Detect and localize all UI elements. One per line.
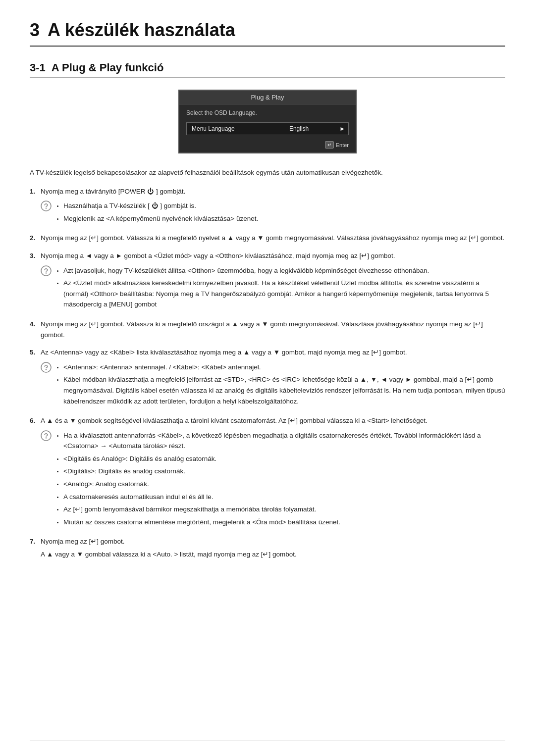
list-item: Ha a kiválasztott antennaforrás <Kábel>,… xyxy=(63,430,505,452)
note-content: <Antenna>: <Antenna> antennajel. / <Kábe… xyxy=(55,362,505,408)
osd-box: Plug & Play Select the OSD Language. Men… xyxy=(178,90,357,153)
svg-point-7 xyxy=(46,437,47,438)
item-text: Nyomja meg a távirányító [POWER ⏻ ] gomb… xyxy=(41,186,505,197)
list-item: Az <Üzlet mód> alkalmazása kereskedelmi … xyxy=(63,278,505,310)
svg-point-3 xyxy=(46,272,47,273)
item-text: Nyomja meg az [↵] gombot. Válassza ki a … xyxy=(41,319,505,340)
chapter-title: 3A készülék használata xyxy=(30,20,505,47)
item-number: 7. xyxy=(30,536,41,547)
intro-text: A TV-készülék legelső bekapcsolásakor az… xyxy=(30,167,505,178)
list-item: Kábel módban kiválaszthatja a megfelelő … xyxy=(63,374,505,406)
note-content: Használhatja a TV-készülék [ ⏻ ] gombját… xyxy=(55,201,505,226)
note-block: <Antenna>: <Antenna> antennajel. / <Kábe… xyxy=(41,362,505,408)
note-icon xyxy=(41,201,52,215)
osd-screenshot: Plug & Play Select the OSD Language. Men… xyxy=(30,90,505,153)
list-item: Az [↵] gomb lenyomásával bármikor megsza… xyxy=(63,504,505,515)
svg-point-4 xyxy=(41,362,51,372)
item-subtext: A ▲ vagy a ▼ gombbal válassza ki a <Auto… xyxy=(41,549,505,560)
note-icon xyxy=(41,265,52,280)
osd-title: Plug & Play xyxy=(179,91,356,104)
list-item: 5.Az <Antenna> vagy az <Kábel> lista kiv… xyxy=(30,347,505,408)
list-item: 6.A ▲ és a ▼ gombok segítségével kiválas… xyxy=(30,415,505,529)
item-text: Nyomja meg a ◄ vagy a ► gombot a <Üzlet … xyxy=(41,251,505,261)
osd-footer-label: Enter xyxy=(336,142,349,148)
section-number: 3-1 xyxy=(30,61,46,74)
item-text: A ▲ és a ▼ gombok segítségével kiválaszt… xyxy=(41,415,505,426)
osd-menu-language-row: Menu Language English ► xyxy=(186,122,349,135)
list-item: <Antenna>: <Antenna> antennajel. / <Kábe… xyxy=(63,362,505,373)
item-number: 1. xyxy=(30,186,41,197)
list-item: 3.Nyomja meg a ◄ vagy a ► gombot a <Üzle… xyxy=(30,251,505,312)
list-item: 4.Nyomja meg az [↵] gombot. Válassza ki … xyxy=(30,319,505,340)
item-number: 5. xyxy=(30,347,41,358)
note-content: Ha a kiválasztott antennaforrás <Kábel>,… xyxy=(55,430,505,530)
list-item: Azt javasoljuk, hogy TV-készülékét állít… xyxy=(63,265,505,276)
list-item: Miután az összes csatorna elmentése megt… xyxy=(63,517,505,528)
note-icon xyxy=(41,362,52,376)
osd-footer: ↵ Enter xyxy=(179,139,356,152)
note-block: Azt javasoljuk, hogy TV-készülékét állít… xyxy=(41,265,505,312)
list-item: 1.Nyomja meg a távirányító [POWER ⏻ ] go… xyxy=(30,186,505,226)
list-item: 7.Nyomja meg az [↵] gombot.A ▲ vagy a ▼ … xyxy=(30,536,505,559)
item-number: 3. xyxy=(30,251,41,261)
note-block: Ha a kiválasztott antennaforrás <Kábel>,… xyxy=(41,430,505,530)
list-item: <Digitális és Analóg>: Digitális és anal… xyxy=(63,454,505,464)
note-content: Azt javasoljuk, hogy TV-készülékét állít… xyxy=(55,265,505,312)
svg-point-2 xyxy=(41,266,51,276)
svg-point-5 xyxy=(46,369,47,370)
list-item: A csatornakeresés automatikusan indul el… xyxy=(63,492,505,503)
svg-point-0 xyxy=(41,201,51,211)
list-item: <Digitális>: Digitális és analóg csatorn… xyxy=(63,466,505,477)
note-block: Használhatja a TV-készülék [ ⏻ ] gombját… xyxy=(41,201,505,226)
item-number: 6. xyxy=(30,415,41,426)
list-item: 2.Nyomja meg az [↵] gombot. Válassza ki … xyxy=(30,233,505,244)
svg-point-6 xyxy=(41,431,51,441)
item-text: Nyomja meg az [↵] gombot. xyxy=(41,536,505,547)
svg-point-1 xyxy=(46,207,47,208)
osd-row-arrow: ► xyxy=(336,123,348,135)
osd-subtitle: Select the OSD Language. xyxy=(179,104,356,120)
osd-row-value: English xyxy=(262,123,336,135)
list-item: Megjelenik az <A képernyőmenü nyelvének … xyxy=(63,213,505,224)
item-text: Az <Antenna> vagy az <Kábel> lista kivál… xyxy=(41,347,505,358)
item-text: Nyomja meg az [↵] gombot. Válassza ki a … xyxy=(41,233,505,244)
note-icon xyxy=(41,430,52,445)
list-item: <Analóg>: Analóg csatornák. xyxy=(63,479,505,490)
osd-enter-icon: ↵ xyxy=(325,141,334,149)
osd-row-label: Menu Language xyxy=(187,123,262,135)
item-number: 2. xyxy=(30,233,41,244)
chapter-number: 3 xyxy=(30,20,40,40)
numbered-list: 1.Nyomja meg a távirányító [POWER ⏻ ] go… xyxy=(30,186,505,560)
section-title: 3-1A Plug & Play funkció xyxy=(30,61,505,78)
item-number: 4. xyxy=(30,319,41,330)
list-item: Használhatja a TV-készülék [ ⏻ ] gombját… xyxy=(63,201,505,211)
page-footer xyxy=(30,741,505,744)
